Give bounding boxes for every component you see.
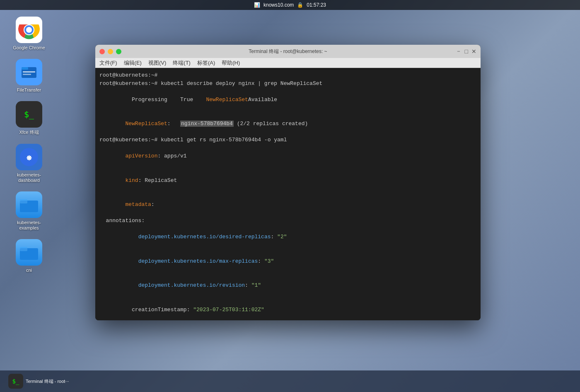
- nginx-rs-highlighted: nginx-578b7694b4: [180, 121, 234, 127]
- menu-view[interactable]: 视图(V): [148, 59, 166, 67]
- term-line-1: root@kubernetes:~#: [99, 71, 476, 80]
- xfce-terminal-icon: $_: [16, 101, 42, 128]
- max-replicas-colon: :: [258, 258, 264, 264]
- xfce-terminal-label: Xfce 终端: [19, 130, 39, 135]
- apiversion-key: apiVersion: [125, 153, 157, 159]
- replicas-text: (2/2 replicas created): [234, 121, 308, 127]
- menu-tabs[interactable]: 标签(A): [197, 59, 215, 67]
- apiversion-colon: : apps/v1: [157, 153, 186, 159]
- menubar-center: 📊 knows10.com 🔒 01:57:23: [254, 2, 326, 8]
- terminal-content[interactable]: root@kubernetes:~# root@kubernetes:~# ku…: [95, 68, 481, 320]
- revision-colon: :: [245, 282, 251, 288]
- desktop-icon-k8s-examples[interactable]: kubernetes-examples: [12, 191, 46, 231]
- max-replicas-key: deployment.kubernetes.io/max-replicas: [138, 258, 258, 264]
- dock-terminal-label: Terminal 终端 - root···: [26, 378, 69, 385]
- desktop: 📊 knows10.com 🔒 01:57:23: [0, 0, 580, 392]
- menu-file[interactable]: 文件(F): [99, 59, 117, 67]
- colon-space: :: [167, 121, 180, 127]
- filetransfer-label: FileTransfer: [17, 87, 41, 93]
- svg-point-5: [26, 27, 32, 33]
- creation-timestamp-val: "2023-07-25T03:11:02Z": [193, 307, 264, 313]
- mr-indent: [125, 258, 138, 264]
- menubar-url: knows10.com: [263, 2, 294, 8]
- kind-val: : ReplicaSet: [138, 177, 177, 184]
- menubar-time: 01:57:23: [307, 2, 326, 8]
- term-line-13: creationTimestamp: "2023-07-25T03:11:02Z…: [99, 298, 476, 320]
- dr-key: [125, 234, 138, 240]
- term-line-11: deployment.kubernetes.io/max-replicas: "…: [99, 249, 476, 273]
- cni-icon: [16, 239, 42, 266]
- term-line-8: metadata:: [99, 193, 476, 217]
- dock-terminal-icon: $_: [8, 374, 23, 389]
- newreplicaset-label: NewReplicaSet: [125, 121, 167, 127]
- menubar-lock-icon: 🔒: [297, 2, 303, 8]
- svg-text:⎈: ⎈: [27, 153, 32, 162]
- svg-rect-8: [23, 71, 35, 73]
- newreplicaset-available: NewReplicaSet: [206, 97, 248, 103]
- term-line-10: deployment.kubernetes.io/desired-replica…: [99, 225, 476, 249]
- svg-rect-17: [20, 248, 38, 260]
- menu-edit[interactable]: 编辑(E): [124, 59, 142, 67]
- desktop-icon-filetransfer[interactable]: FileTransfer: [12, 59, 46, 93]
- desktop-icon-k8s-dashboard[interactable]: ⎈ kubernetes-dashboard: [12, 144, 46, 183]
- k8s-examples-label: kubernetes-examples: [17, 220, 41, 231]
- window-minimize-button[interactable]: [108, 49, 113, 54]
- desktop-icon-cni[interactable]: cni: [12, 239, 46, 273]
- desktop-icon-xfce-terminal[interactable]: $_ Xfce 终端: [12, 101, 46, 135]
- kind-key: kind: [125, 177, 138, 184]
- cni-label: cni: [26, 268, 32, 273]
- terminal-window: Terminal 终端 - root@kubernetes: ~ － □ ✕ 文…: [95, 45, 481, 320]
- k8s-examples-icon: [16, 191, 42, 218]
- term-line-7: kind: ReplicaSet: [99, 168, 476, 193]
- desired-replicas-colon: :: [271, 234, 278, 240]
- available-text: Available: [248, 97, 277, 103]
- rev-indent: [125, 282, 138, 288]
- dock-item-terminal[interactable]: $_ Terminal 终端 - root···: [8, 374, 69, 389]
- minimize-icon[interactable]: －: [456, 48, 462, 55]
- terminal-titlebar: Terminal 终端 - root@kubernetes: ~ － □ ✕: [95, 45, 481, 58]
- ct-indent: creationTimestamp:: [125, 307, 193, 313]
- svg-rect-7: [22, 67, 28, 70]
- progressing-text: Progressing True: [125, 97, 206, 103]
- close-icon[interactable]: ✕: [471, 48, 476, 55]
- menubar-icon: 📊: [254, 2, 260, 8]
- k8s-dashboard-icon: ⎈: [16, 144, 42, 170]
- svg-rect-14: [20, 201, 38, 212]
- dock: $_ Terminal 终端 - root···: [0, 370, 580, 392]
- term-line-9: annotations:: [99, 217, 476, 225]
- term-line-2: root@kubernetes:~# kubectl describe depl…: [99, 80, 476, 88]
- menu-help[interactable]: 帮助(H): [222, 59, 240, 67]
- window-buttons: [99, 49, 121, 54]
- terminal-menubar: 文件(F) 编辑(E) 视图(V) 终端(T) 标签(A) 帮助(H): [95, 58, 481, 68]
- term-line-5: root@kubernetes:~# kubectl get rs nginx-…: [99, 136, 476, 144]
- revision-key: deployment.kubernetes.io/revision: [138, 282, 245, 288]
- chrome-label: Google Chrome: [13, 45, 45, 51]
- term-line-4: NewReplicaSet: nginx-578b7694b4 (2/2 rep…: [99, 112, 476, 136]
- term-line-12: deployment.kubernetes.io/revision: "1": [99, 273, 476, 298]
- restore-icon[interactable]: □: [465, 48, 468, 55]
- chrome-icon: [16, 17, 42, 43]
- filetransfer-icon: [16, 59, 42, 85]
- desired-replicas-key: deployment.kubernetes.io/desired-replica…: [138, 234, 271, 240]
- term-line-3: Progressing True NewReplicaSetAvailable: [99, 87, 476, 112]
- terminal-title: Terminal 终端 - root@kubernetes: ~: [249, 48, 327, 55]
- k8s-dashboard-label: kubernetes-dashboard: [17, 172, 41, 183]
- window-maximize-button[interactable]: [116, 49, 121, 54]
- metadata-colon: :: [151, 201, 155, 208]
- max-replicas-val: "3": [264, 258, 274, 264]
- terminal-controls-right: － □ ✕: [456, 48, 476, 55]
- desktop-icon-chrome[interactable]: Google Chrome: [12, 17, 46, 51]
- menubar: 📊 knows10.com 🔒 01:57:23: [0, 0, 580, 10]
- desired-replicas-val: "2": [277, 234, 287, 240]
- window-close-button[interactable]: [99, 49, 105, 54]
- revision-val: "1": [251, 282, 261, 288]
- term-line-6: apiVersion: apps/v1: [99, 144, 476, 169]
- svg-rect-9: [23, 74, 31, 75]
- desktop-icons-container: Google Chrome FileTransfer $_ Xfce 终端: [12, 17, 46, 273]
- menu-terminal[interactable]: 终端(T): [173, 59, 191, 67]
- metadata-key: metadata: [125, 201, 151, 208]
